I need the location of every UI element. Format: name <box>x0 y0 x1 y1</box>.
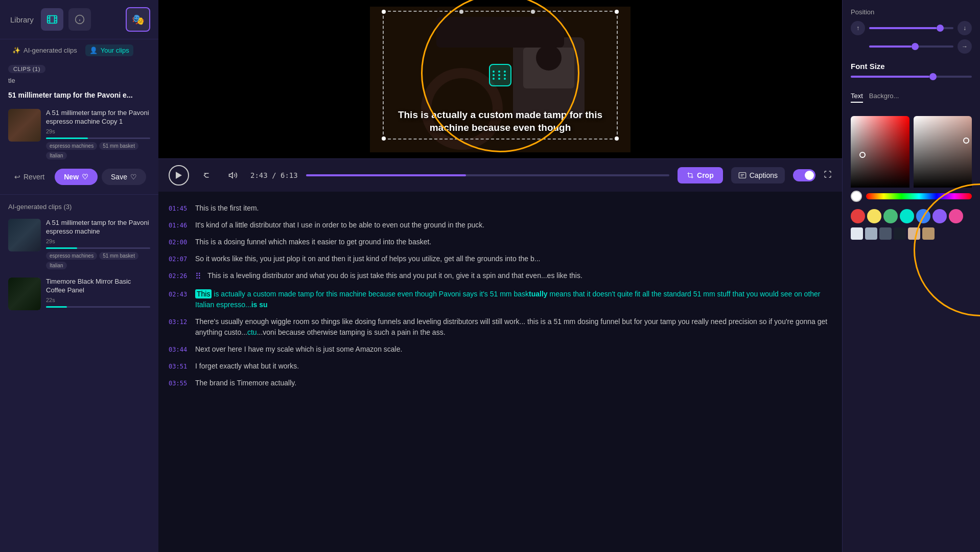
text-color-thumb[interactable] <box>859 152 866 158</box>
right-panel-top: Position ↑ ↓ → Font Size <box>843 0 980 116</box>
sidebar-header: Library 🎭 <box>0 0 158 39</box>
position-right-btn[interactable]: → <box>958 39 972 54</box>
captions-toggle[interactable] <box>793 169 815 181</box>
clip-title-3: Timemore Black Mirror Basic Coffee Panel <box>46 278 150 295</box>
swatch-beige[interactable] <box>908 227 920 240</box>
captions-button[interactable]: Captions <box>731 167 785 183</box>
revert-button[interactable]: ↩ Revert <box>8 169 51 185</box>
position-h-track[interactable] <box>869 45 953 48</box>
fullscreen-button[interactable] <box>824 170 832 180</box>
clip-duration-2: 29s <box>46 238 150 244</box>
swatch-red[interactable] <box>851 209 865 223</box>
svg-marker-20 <box>229 173 233 178</box>
new-button[interactable]: New ♡ <box>55 169 98 185</box>
tab-background[interactable]: Backgro... <box>869 92 899 103</box>
tab-ai-clips[interactable]: ✨ AI-generated clips <box>8 44 81 56</box>
bg-color-gradient[interactable] <box>914 116 972 188</box>
action-bar: ↩ Revert New ♡ Save ♡ <box>0 164 158 190</box>
swatch-gray-dark[interactable] <box>879 227 892 240</box>
gen-clips-header: AI-generated clips (3) <box>0 199 158 215</box>
position-slider-vertical: ↑ ↓ <box>851 21 972 35</box>
swatch-tan[interactable] <box>922 227 935 240</box>
hue-slider-row <box>851 188 972 205</box>
font-size-fill <box>851 76 929 78</box>
info-nav-button[interactable] <box>68 8 91 31</box>
bg-color-thumb[interactable] <box>963 137 969 144</box>
tag-espresso-machines-1: espresso machines <box>46 142 97 150</box>
volume-button[interactable] <box>224 166 242 185</box>
clip-title: 51 millimeter tamp for the Pavoni e... <box>0 88 158 105</box>
rewind-button[interactable] <box>197 166 216 185</box>
position-v-track[interactable] <box>869 27 953 29</box>
video-subtitle: This is actually a custom made tamp for … <box>370 109 631 134</box>
tag-italian-1: Italian <box>46 152 67 159</box>
clip-card-1[interactable]: A 51 millimeter tamp for the Pavoni espr… <box>0 105 158 164</box>
position-h-thumb[interactable] <box>912 43 919 50</box>
swatch-blue[interactable] <box>916 209 930 223</box>
swatch-yellow[interactable] <box>867 209 881 223</box>
hue-strip[interactable] <box>866 193 972 199</box>
crop-button[interactable]: Crop <box>678 167 723 183</box>
swatch-cyan[interactable] <box>900 209 914 223</box>
clip-thumbnail-3 <box>8 278 41 310</box>
color-picker-area <box>843 116 980 240</box>
transcript-line-3: 02:07 So it works like this, you just pl… <box>169 250 832 267</box>
clip-info-3: Timemore Black Mirror Basic Coffee Panel… <box>46 278 150 311</box>
clip-tags-1: espresso machines 51 mm basket Italian <box>46 142 150 159</box>
svg-rect-0 <box>48 16 57 24</box>
library-button[interactable]: Library <box>8 11 36 28</box>
clip-thumbnail-1 <box>8 109 41 142</box>
transcript-line-9: 03:55 The brand is Timemore actually. <box>169 375 832 392</box>
swatch-gray[interactable] <box>865 227 877 240</box>
transcript-line-2: 02:00 This is a dosing funnel which make… <box>169 234 832 250</box>
svg-rect-21 <box>739 173 745 178</box>
swatch-black[interactable] <box>894 227 906 240</box>
clips-section-label: clips (1) <box>0 61 158 75</box>
crop-top-handle-left[interactable] <box>459 10 463 14</box>
white-circle-swatch[interactable] <box>851 191 862 202</box>
font-size-label: Font Size <box>851 62 972 71</box>
swatch-purple[interactable] <box>932 209 947 223</box>
clips-count: clips (1) <box>8 65 45 73</box>
clip-title-2: A 51 millimeter tamp for the Pavoni espr… <box>46 219 150 236</box>
tab-text[interactable]: Text <box>851 92 863 103</box>
position-v-thumb[interactable] <box>937 25 944 32</box>
video-area: This is actually a custom made tamp for … <box>158 0 842 158</box>
play-button[interactable] <box>169 165 189 186</box>
swatch-row2 <box>851 227 972 240</box>
svg-marker-17 <box>176 172 182 179</box>
clip-info-1: A 51 millimeter tamp for the Pavoni espr… <box>46 109 150 159</box>
position-v-fill <box>869 27 937 29</box>
film-nav-button[interactable] <box>41 8 63 31</box>
clip-card-3[interactable]: Timemore Black Mirror Basic Coffee Panel… <box>0 273 158 315</box>
font-size-section: Font Size <box>851 62 972 84</box>
position-slider-horizontal: → <box>851 39 972 54</box>
clip-tags-2: espresso machines 51 mm basket Italian <box>46 252 150 269</box>
position-up-btn[interactable]: ↑ <box>851 21 865 35</box>
clip-card-2[interactable]: A 51 millimeter tamp for the Pavoni espr… <box>0 215 158 273</box>
crop-top-handle-right[interactable] <box>531 10 535 14</box>
tab-your-clips[interactable]: 👤 Your clips <box>85 44 133 56</box>
sidebar: Library 🎭 ✨ AI-generated clips <box>0 0 158 552</box>
transcript-area[interactable]: 01:45 This is the first item. 01:46 It's… <box>158 192 842 552</box>
font-size-thumb[interactable] <box>929 73 937 80</box>
swatch-pink[interactable] <box>949 209 963 223</box>
text-color-gradient[interactable] <box>851 116 909 188</box>
swatch-gray-light[interactable] <box>851 227 863 240</box>
heart-icon-new: ♡ <box>82 173 88 181</box>
transcript-line-7: 03:44 Next over here I have my scale whi… <box>169 341 832 358</box>
clip-progress-bar-3 <box>46 306 150 308</box>
timeline-progress <box>306 174 466 176</box>
clip-thumb-img-3 <box>8 278 41 310</box>
transcript-line-6: 03:12 There's usually enough wiggle room… <box>169 313 832 341</box>
timeline-bar[interactable] <box>306 174 669 176</box>
font-size-track[interactable] <box>851 76 972 78</box>
swatch-green[interactable] <box>883 209 898 223</box>
video-controls: 2:43 / 6:13 Crop Captions <box>158 158 842 192</box>
clip-progress-fill-1 <box>46 137 88 139</box>
main-content: This is actually a custom made tamp for … <box>158 0 842 552</box>
position-down-btn[interactable]: ↓ <box>958 21 972 35</box>
save-button[interactable]: Save ♡ <box>102 169 146 185</box>
svg-point-15 <box>536 45 562 71</box>
clip-thumb-img-1 <box>8 109 41 142</box>
